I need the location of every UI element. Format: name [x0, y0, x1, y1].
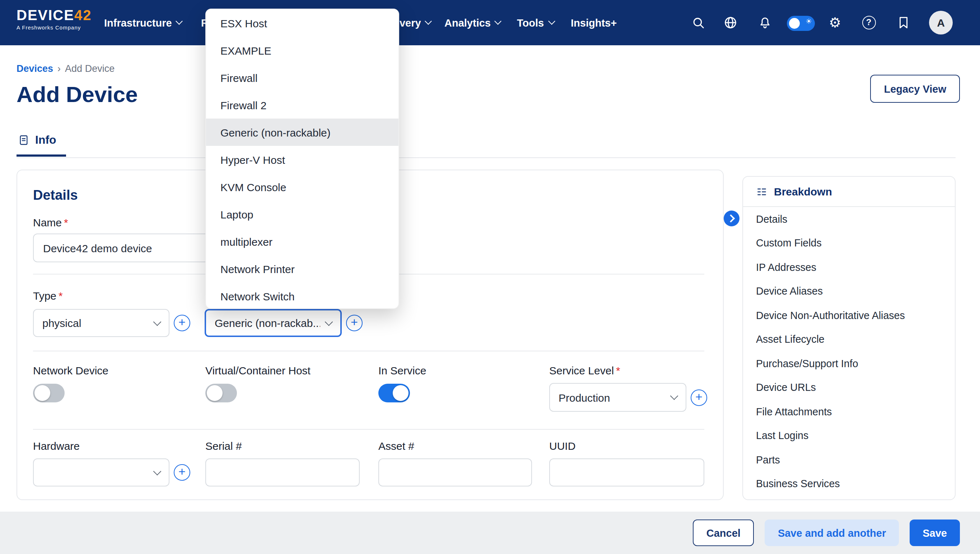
breakdown-title: Breakdown: [774, 185, 832, 198]
asset-input[interactable]: [379, 458, 532, 487]
divider: [33, 429, 704, 430]
logo-tagline: A Freshworks Company: [16, 25, 92, 30]
chevron-down-icon: [495, 18, 502, 25]
uuid-label: UUID: [549, 440, 576, 452]
breakdown-item-non-authoritative-aliases[interactable]: Device Non-Authoritative Aliases: [743, 303, 955, 327]
breadcrumb-devices-link[interactable]: Devices: [16, 63, 53, 74]
dropdown-option-selected[interactable]: Generic (non-rackable): [206, 118, 398, 146]
dropdown-option[interactable]: Laptop: [206, 201, 398, 228]
legacy-view-button[interactable]: Legacy View: [870, 75, 960, 103]
chevron-down-icon: [425, 18, 432, 25]
type-label: Type*: [33, 290, 63, 302]
required-marker: *: [59, 290, 63, 302]
toggle-knob: [35, 385, 50, 401]
details-heading: Details: [33, 188, 78, 203]
service-level-label: Service Level*: [549, 364, 620, 377]
subtype-dropdown: ESX Host EXAMPLE Firewall Firewall 2 Gen…: [205, 9, 399, 309]
serial-input[interactable]: [205, 458, 360, 487]
chevron-down-icon: [670, 392, 678, 400]
serial-label: Serial #: [205, 440, 242, 452]
breakdown-panel: Breakdown Details Custom Fields IP Addre…: [742, 176, 956, 500]
save-and-add-another-button[interactable]: Save and add another: [765, 519, 899, 546]
theme-toggle-knob: [789, 18, 800, 29]
breakdown-item-details[interactable]: Details: [743, 207, 955, 231]
breadcrumb-current: Add Device: [65, 63, 115, 74]
page-title: Add Device: [16, 82, 138, 108]
breakdown-item-device-aliases[interactable]: Device Aliases: [743, 279, 955, 303]
subtype-select[interactable]: Generic (non-rackab...: [205, 309, 342, 337]
hardware-label: Hardware: [33, 440, 80, 452]
type-select[interactable]: physical: [33, 309, 169, 337]
gear-icon[interactable]: [828, 15, 842, 29]
name-label: Name*: [33, 216, 68, 228]
divider: [33, 351, 704, 351]
chevron-down-icon: [153, 467, 162, 475]
dropdown-option[interactable]: KVM Console: [206, 173, 398, 201]
dropdown-option[interactable]: Network Switch: [206, 283, 398, 309]
add-hardware-button[interactable]: [174, 464, 190, 481]
bell-icon[interactable]: [757, 15, 772, 29]
network-device-label: Network Device: [33, 364, 108, 377]
breakdown-item-purchase-support[interactable]: Purchase/Support Info: [743, 351, 955, 375]
add-service-level-button[interactable]: [690, 390, 707, 406]
required-marker: *: [616, 364, 620, 377]
bookmark-icon[interactable]: [896, 15, 910, 29]
virtual-host-toggle[interactable]: [205, 384, 237, 402]
tab-info[interactable]: Info: [16, 134, 67, 156]
breadcrumb-separator: ›: [57, 63, 60, 74]
chevron-down-icon: [325, 318, 333, 326]
in-service-label: In Service: [379, 364, 426, 377]
breadcrumb: Devices › Add Device: [16, 63, 115, 74]
type-select-value: physical: [42, 317, 81, 329]
required-marker: *: [64, 216, 68, 228]
globe-icon[interactable]: [723, 15, 737, 29]
dropdown-option[interactable]: Network Printer: [206, 255, 398, 283]
breakdown-item-business-services[interactable]: Business Services: [743, 472, 955, 496]
dropdown-option[interactable]: multiplexer: [206, 228, 398, 255]
cancel-button[interactable]: Cancel: [693, 519, 754, 546]
breakdown-item-file-attachments[interactable]: File Attachments: [743, 399, 955, 423]
avatar[interactable]: A: [929, 11, 953, 35]
breakdown-item-ip-addresses[interactable]: IP Addresses: [743, 255, 955, 279]
breakdown-item-asset-lifecycle[interactable]: Asset Lifecycle: [743, 327, 955, 351]
dropdown-option[interactable]: Firewall 2: [206, 91, 398, 118]
network-device-toggle[interactable]: [33, 384, 65, 402]
chevron-down-icon: [153, 318, 162, 326]
top-navbar: DEVICE42 A Freshworks Company Infrastruc…: [0, 0, 980, 45]
chevron-down-icon: [548, 18, 555, 25]
help-icon[interactable]: [862, 15, 876, 29]
toggle-knob: [207, 385, 223, 401]
dropdown-option[interactable]: ESX Host: [206, 10, 398, 37]
breakdown-item-last-logins[interactable]: Last Logins: [743, 423, 955, 448]
add-subtype-button[interactable]: [346, 315, 363, 331]
tab-info-label: Info: [35, 134, 56, 147]
theme-toggle[interactable]: [787, 16, 815, 31]
dropdown-option[interactable]: EXAMPLE: [206, 37, 398, 64]
add-type-button[interactable]: [174, 315, 190, 331]
chevron-down-icon: [176, 18, 183, 25]
logo-wordmark: DEVICE42: [16, 8, 92, 22]
hardware-select[interactable]: [33, 458, 169, 487]
sun-icon: [805, 17, 812, 25]
document-icon: [18, 134, 29, 146]
search-icon[interactable]: [690, 15, 705, 29]
dropdown-option[interactable]: Firewall: [206, 64, 398, 91]
nav-item-infrastructure[interactable]: Infrastructure: [104, 0, 182, 45]
asset-label: Asset #: [379, 440, 414, 452]
collapse-panel-button[interactable]: [724, 211, 740, 226]
breakdown-icon: [756, 186, 767, 197]
virtual-host-label: Virtual/Container Host: [205, 364, 310, 377]
breakdown-item-custom-fields[interactable]: Custom Fields: [743, 231, 955, 255]
breakdown-item-parts[interactable]: Parts: [743, 448, 955, 472]
footer-actions: Cancel Save and add another Save: [0, 512, 980, 554]
nav-item-tools[interactable]: Tools: [517, 0, 554, 45]
breakdown-item-device-urls[interactable]: Device URLs: [743, 375, 955, 399]
nav-item-analytics[interactable]: Analytics: [444, 0, 501, 45]
save-button[interactable]: Save: [910, 519, 960, 546]
device42-logo[interactable]: DEVICE42 A Freshworks Company: [16, 8, 92, 30]
nav-item-insights[interactable]: Insights+: [571, 0, 617, 45]
dropdown-option[interactable]: Hyper-V Host: [206, 146, 398, 173]
service-level-select[interactable]: Production: [549, 383, 686, 412]
uuid-input[interactable]: [549, 458, 704, 487]
in-service-toggle[interactable]: [379, 384, 410, 402]
